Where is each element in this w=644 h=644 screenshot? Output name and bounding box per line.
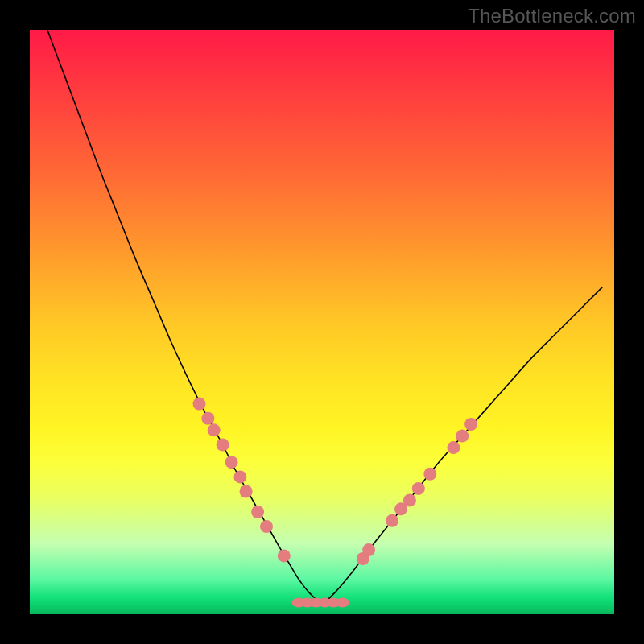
curve-marker — [423, 468, 436, 481]
chart-svg — [30, 30, 614, 614]
curve-marker — [362, 543, 375, 556]
bottom-marker — [336, 598, 349, 608]
curve-marker — [278, 549, 291, 562]
curve-marker — [403, 493, 416, 506]
curve-marker — [193, 398, 206, 411]
chart-outer-frame: TheBottleneck.com — [0, 0, 644, 644]
curve-marker — [217, 439, 229, 452]
curve-marker — [240, 485, 253, 498]
curve-marker — [260, 520, 273, 533]
watermark-text: TheBottleneck.com — [468, 5, 636, 27]
curve-marker — [208, 423, 221, 436]
curve-marker — [456, 430, 469, 443]
bottleneck-curve — [47, 30, 603, 603]
curve-markers — [193, 398, 478, 565]
curve-marker — [225, 456, 238, 469]
bottom-markers — [292, 598, 349, 608]
curve-marker — [233, 470, 246, 483]
curve-marker — [464, 418, 477, 431]
curve-marker — [201, 412, 214, 425]
curve-marker — [412, 482, 425, 495]
curve-marker — [386, 514, 398, 527]
plot-area — [30, 30, 614, 614]
curve-marker — [447, 441, 460, 454]
curve-marker — [251, 506, 264, 518]
